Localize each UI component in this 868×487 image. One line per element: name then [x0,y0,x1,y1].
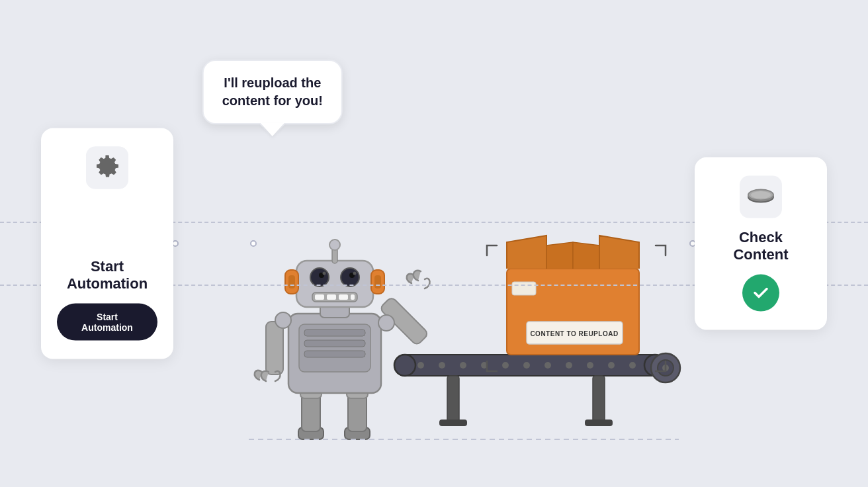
svg-point-18 [629,362,636,369]
main-illustration: CONTENT TO REUPLOAD [183,150,685,467]
svg-point-54 [353,272,357,275]
svg-point-12 [502,362,509,369]
svg-rect-46 [374,275,381,288]
speech-bubble: I'll reupload the content for you! [202,60,343,124]
check-icon [751,283,771,302]
coin-svg [748,189,774,206]
svg-point-6 [394,355,415,376]
svg-point-14 [544,362,551,369]
svg-rect-29 [512,282,536,295]
svg-point-4 [751,191,771,199]
svg-rect-22 [447,376,459,422]
left-card-title: Start Automation [67,258,148,293]
svg-rect-23 [593,376,605,422]
svg-rect-40 [304,351,365,357]
svg-rect-60 [266,322,283,375]
left-card: Start Automation Start Automation [41,128,173,359]
svg-point-50 [341,268,359,287]
svg-point-9 [439,362,445,369]
svg-rect-38 [304,330,365,336]
svg-rect-57 [327,294,336,300]
right-card-title: Check Content [733,229,788,264]
svg-rect-39 [304,340,365,347]
svg-point-8 [417,362,424,369]
svg-point-15 [566,362,572,369]
svg-point-63 [378,315,394,331]
svg-text:CONTENT TO REUPLOAD: CONTENT TO REUPLOAD [530,330,618,337]
svg-rect-59 [351,294,355,300]
start-automation-button[interactable]: Start Automation [57,303,157,340]
svg-point-53 [323,272,326,275]
gear-icon-box [86,147,128,189]
svg-rect-56 [315,294,324,300]
main-container: Start Automation Start Automation Check … [0,0,868,487]
svg-rect-24 [439,420,467,426]
speech-text: I'll reupload the content for you! [222,74,323,110]
svg-rect-25 [585,420,613,426]
svg-rect-58 [339,294,348,300]
svg-point-48 [329,240,340,250]
svg-point-17 [608,362,615,369]
svg-point-16 [587,362,593,369]
svg-point-10 [460,362,466,369]
right-card: Check Content [695,157,827,330]
svg-point-49 [310,268,329,287]
gear-svg [94,155,120,181]
svg-point-13 [523,362,530,369]
svg-point-61 [275,312,291,328]
svg-rect-44 [288,275,295,288]
coin-icon-box [740,176,782,218]
check-circle [742,274,779,311]
